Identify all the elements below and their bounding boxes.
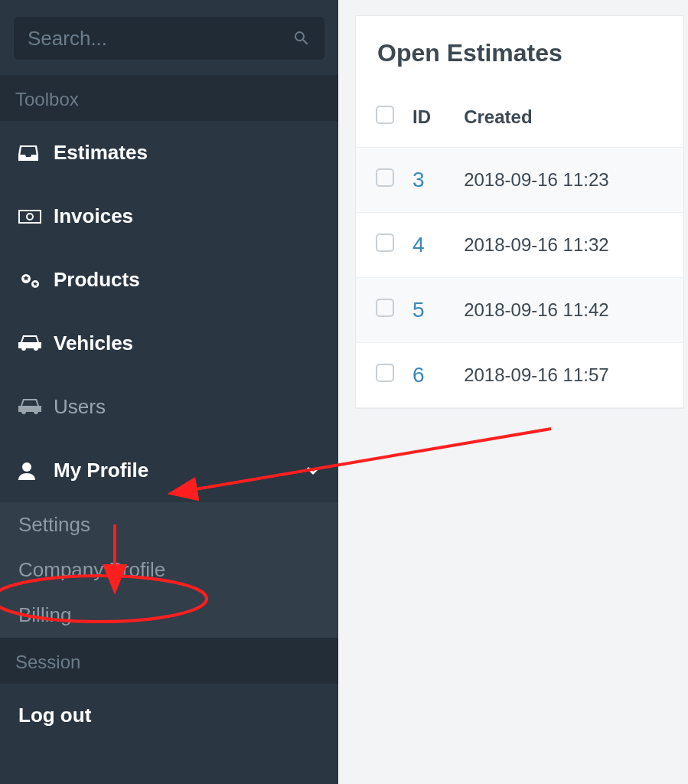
estimate-id-link[interactable]: 5: [412, 298, 425, 322]
card-title: Open Estimates: [356, 16, 683, 90]
created-cell: 2018-09-16 11:42: [455, 278, 683, 343]
car-icon: [18, 335, 46, 352]
user-icon: [18, 462, 46, 480]
estimate-id-link[interactable]: 6: [412, 363, 425, 387]
row-checkbox[interactable]: [376, 364, 394, 382]
sub-item-billing[interactable]: Billing: [0, 593, 338, 638]
sidebar-item-label: Products: [54, 268, 140, 292]
sidebar-item-label: Users: [54, 395, 106, 419]
estimates-table: ID Created 3 2018-09-16 11:23 4 2018-09-…: [356, 90, 683, 408]
gears-icon: [18, 271, 46, 289]
sub-item-company-profile[interactable]: Company Profile: [0, 547, 338, 593]
table-row: 3 2018-09-16 11:23: [356, 148, 683, 213]
search-icon: [292, 29, 311, 47]
sub-item-settings[interactable]: Settings: [0, 502, 338, 547]
created-cell: 2018-09-16 11:32: [455, 213, 683, 278]
header-created: Created: [455, 90, 683, 148]
row-checkbox[interactable]: [376, 299, 394, 317]
table-row: 5 2018-09-16 11:42: [356, 278, 683, 343]
sidebar-item-products[interactable]: Products: [0, 248, 338, 312]
created-cell: 2018-09-16 11:57: [455, 343, 683, 408]
estimate-id-link[interactable]: 3: [412, 168, 425, 191]
select-all-checkbox[interactable]: [376, 106, 394, 124]
sidebar-item-label: Invoices: [54, 204, 133, 228]
created-cell: 2018-09-16 11:23: [455, 148, 683, 213]
main-content: Open Estimates ID Created 3 2018-09-16 1…: [338, 0, 688, 409]
search-container: [0, 0, 338, 75]
section-header-toolbox: Toolbox: [0, 75, 338, 121]
sidebar-item-label: My Profile: [54, 459, 148, 482]
header-checkbox-cell: [356, 90, 403, 148]
section-header-session: Session: [0, 638, 338, 684]
table-row: 6 2018-09-16 11:57: [356, 343, 683, 408]
estimate-id-link[interactable]: 4: [412, 233, 425, 256]
sidebar-item-estimates[interactable]: Estimates: [0, 121, 338, 185]
sidebar-item-users[interactable]: Users: [0, 375, 338, 439]
sidebar-item-label: Log out: [18, 704, 91, 727]
search-box[interactable]: [14, 17, 324, 60]
open-estimates-card: Open Estimates ID Created 3 2018-09-16 1…: [355, 15, 684, 409]
my-profile-submenu: Settings Company Profile Billing: [0, 502, 338, 638]
table-row: 4 2018-09-16 11:32: [356, 213, 683, 278]
sidebar: Toolbox Estimates Invoices Products Vehi…: [0, 0, 338, 784]
sidebar-item-label: Vehicles: [54, 332, 133, 355]
svg-rect-0: [19, 211, 41, 223]
money-icon: [18, 210, 46, 224]
sidebar-item-logout[interactable]: Log out: [0, 684, 338, 747]
sidebar-item-my-profile[interactable]: My Profile: [0, 439, 338, 502]
svg-point-1: [27, 214, 33, 220]
inbox-icon: [18, 145, 46, 161]
search-input[interactable]: [28, 27, 292, 51]
row-checkbox[interactable]: [376, 168, 394, 187]
sidebar-item-label: Estimates: [54, 141, 148, 165]
chevron-down-icon: [306, 466, 320, 475]
svg-point-2: [22, 462, 31, 472]
sidebar-item-vehicles[interactable]: Vehicles: [0, 312, 338, 375]
row-checkbox[interactable]: [376, 234, 394, 252]
header-id: ID: [403, 90, 455, 148]
car-icon: [18, 399, 46, 416]
sidebar-item-invoices[interactable]: Invoices: [0, 185, 338, 248]
